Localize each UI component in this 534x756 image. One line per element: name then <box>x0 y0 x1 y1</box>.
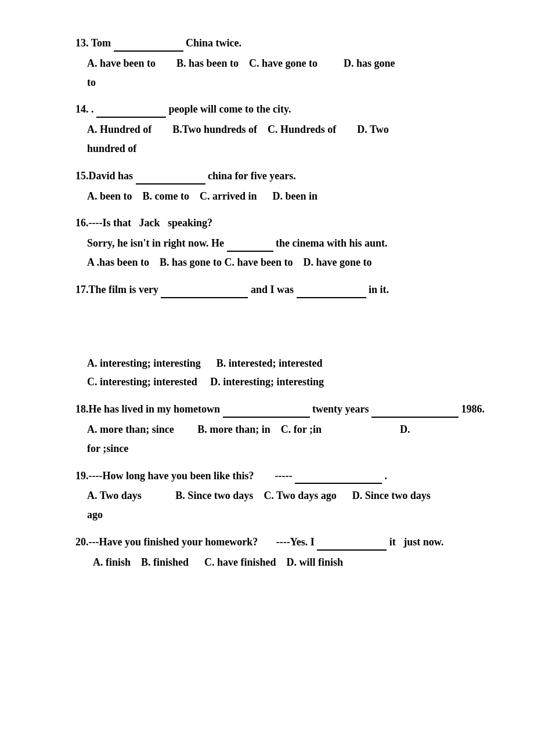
q15-optA: A. been to <box>87 190 140 202</box>
q16-blank <box>227 241 273 252</box>
q18-options-wrap: for ;since <box>87 440 488 457</box>
q17-optA: A. interesting; interesting <box>87 357 214 369</box>
q14-text: people will come to the city. <box>169 103 291 115</box>
q20-optB: B. finished <box>141 556 202 568</box>
q14-optC: C. Hundreds of <box>268 124 355 135</box>
q18-options: A. more than; since B. more than; in C. … <box>87 421 488 438</box>
q17-options-cd: C. interesting; interested D. interestin… <box>87 374 488 390</box>
q16-dialog: Sorry, he isn't in right now. He the cin… <box>87 235 488 252</box>
q18-text-mid: twenty years <box>312 403 371 415</box>
q16-optC: C. have been to <box>225 256 301 268</box>
q18-number: 18.He has lived in my hometown <box>75 403 223 415</box>
q15-number: 15.David has <box>75 170 136 182</box>
q19-optD-cont: ago <box>87 509 103 520</box>
q20-blank <box>317 540 387 551</box>
q19-number: 19.----How long have you been like this? <box>75 470 272 482</box>
q17-options-ab: A. interesting; interesting B. intereste… <box>87 355 488 372</box>
q20-optD: D. will finish <box>287 556 344 568</box>
q16-number: 16.----Is that Jack speaking? <box>75 217 212 229</box>
q16-optD: D. have gone to <box>304 256 372 268</box>
q15-optC: C. arrived in <box>200 190 270 202</box>
q19-optA: A. Two days <box>87 490 173 501</box>
q15-options: A. been to B. come to C. arrived in D. b… <box>87 188 488 205</box>
question-17: 17.The film is very and I was in it. <box>75 281 488 298</box>
q20-options: A. finish B. finished C. have finished D… <box>93 554 488 571</box>
q13-optD-cont: to <box>87 77 96 88</box>
q17-number: 17.The film is very <box>75 284 161 295</box>
spacer-17 <box>75 309 488 355</box>
q18-blank1 <box>223 407 310 418</box>
question-14: 14. . people will come to the city. A. H… <box>75 101 488 157</box>
q20-dash: ----Yes. I <box>276 536 317 548</box>
q20-optA: A. finish <box>93 556 139 568</box>
q19-optB: B. Since two days <box>175 490 261 501</box>
q17-text-mid: and I was <box>251 284 297 295</box>
q20-optC: C. have finished <box>204 556 284 568</box>
q17-blank2 <box>297 288 366 298</box>
q15-text: china for five years. <box>208 170 296 182</box>
q18-optA: A. more than; since <box>87 424 195 435</box>
q14-optD: D. Two <box>357 124 388 135</box>
q20-text-end: it just now. <box>389 536 444 548</box>
q13-optB: B. has been to <box>176 57 247 69</box>
q14-optD-cont: hundred of <box>87 143 136 154</box>
q19-optD: D. Since two days <box>352 490 431 501</box>
q14-optA: A. Hundred of <box>87 124 170 135</box>
q16-options: A .has been to B. has gone to C. have be… <box>87 254 488 271</box>
q19-dash: ----- <box>275 470 293 482</box>
q17-optC: C. interesting; interested <box>87 376 208 388</box>
question-16: 16.----Is that Jack speaking? Sorry, he … <box>75 215 488 270</box>
q19-options: A. Two days B. Since two days C. Two day… <box>87 487 488 504</box>
q16-dialog-line: Sorry, he isn't in right now. He the cin… <box>87 237 388 249</box>
question-17-options: A. interesting; interesting B. intereste… <box>75 355 488 391</box>
page-content: 13. Tom China twice. A. have been to B. … <box>75 35 488 571</box>
q13-blank <box>114 41 183 52</box>
q14-number: 14. . <box>75 103 94 115</box>
q13-text: China twice. <box>186 37 241 49</box>
q13-options-wrap: to <box>87 74 488 91</box>
q18-blank2 <box>371 407 459 418</box>
q14-options-wrap: hundred of <box>87 140 488 157</box>
q17-blank1 <box>161 288 248 298</box>
question-19: 19.----How long have you been like this?… <box>75 468 488 523</box>
q19-options-wrap: ago <box>87 507 488 523</box>
q18-optB: B. more than; in <box>197 424 278 435</box>
q14-blank <box>96 107 166 118</box>
q18-optD: D. <box>400 424 410 435</box>
q13-optA: A. have been to <box>87 57 174 69</box>
q15-optD: D. been in <box>272 190 317 202</box>
q16-optA: A .has been to <box>87 256 157 268</box>
q19-blank <box>295 473 382 484</box>
q19-period: . <box>385 470 388 482</box>
q14-options: A. Hundred of B.Two hundreds of C. Hundr… <box>87 121 488 138</box>
q20-number: 20.---Have you finished your homework? <box>75 536 273 548</box>
question-15: 15.David has china for five years. A. be… <box>75 168 488 205</box>
q18-optC: C. for ;in <box>281 424 398 435</box>
q18-optD-cont: for ;since <box>87 443 128 454</box>
q14-optB: B.Two hundreds of <box>172 124 265 135</box>
q13-optC: C. have gone to <box>249 57 341 69</box>
q13-number: 13. Tom <box>75 37 114 49</box>
q13-optD: D. has gone <box>344 57 395 69</box>
question-13: 13. Tom China twice. A. have been to B. … <box>75 35 488 91</box>
q15-blank <box>136 174 205 185</box>
q16-optB: B. has gone to <box>160 256 222 268</box>
q17-optB: B. interested; interested <box>217 357 323 369</box>
q17-optD: D. interesting; interesting <box>210 376 324 388</box>
question-20: 20.---Have you finished your homework? -… <box>75 534 488 571</box>
q17-text-end: in it. <box>369 284 389 295</box>
q15-optB: B. come to <box>143 190 197 202</box>
question-18: 18.He has lived in my hometown twenty ye… <box>75 401 488 457</box>
q18-text-end: 1986. <box>461 403 485 415</box>
q19-optC: C. Two days ago <box>264 490 349 501</box>
q13-options: A. have been to B. has been to C. have g… <box>87 55 488 72</box>
